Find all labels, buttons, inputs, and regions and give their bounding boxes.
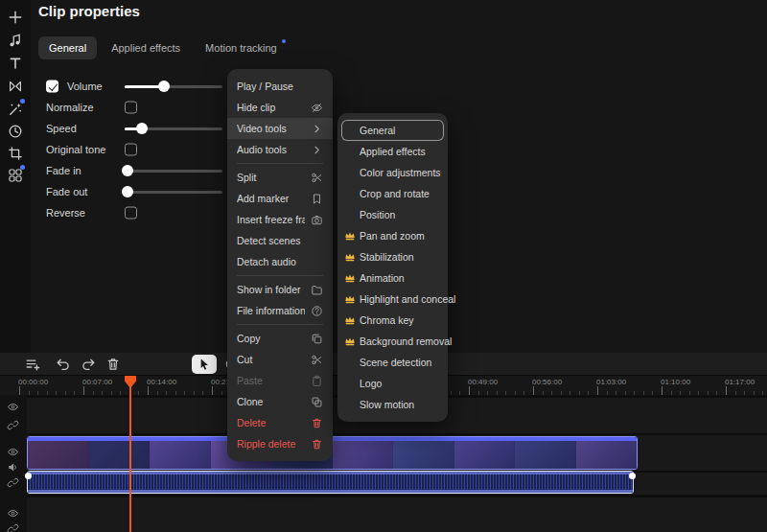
reverse-checkbox[interactable] (125, 207, 137, 220)
submenu-item-background-removal[interactable]: Background removal (337, 331, 448, 352)
submenu-item-crop-and-rotate[interactable]: Crop and rotate (337, 183, 448, 204)
timecode: 01:10:00 (661, 378, 690, 386)
submenu-item-position[interactable]: Position (337, 204, 448, 225)
original-tone-checkbox[interactable] (125, 144, 137, 156)
menu-item-paste[interactable]: Paste (227, 370, 333, 391)
property-row-normalize: Normalize (38, 97, 230, 118)
playhead-line[interactable] (129, 376, 131, 532)
clipboard-icon (311, 375, 323, 387)
delete-icon[interactable] (105, 357, 121, 372)
menu-item-ripple-delete[interactable]: Ripple delete (227, 433, 333, 454)
timecode: 00:56:00 (532, 378, 562, 386)
audio-icon[interactable] (8, 33, 23, 48)
track3-link-icon[interactable] (7, 522, 19, 532)
premium-crown-icon (344, 293, 356, 305)
fade-in-slider-handle[interactable] (122, 165, 133, 176)
new-feature-dot (282, 39, 286, 43)
add-media-icon[interactable] (8, 10, 23, 25)
trash-icon (311, 417, 323, 429)
clip-context-menu: Play / Pause Hide clip Video tools Audio… (227, 69, 333, 461)
track3-eye-icon[interactable] (7, 507, 19, 520)
submenu-item-logo[interactable]: Logo (337, 373, 448, 394)
menu-item-copy[interactable]: Copy (227, 328, 333, 349)
add-track-icon[interactable] (25, 357, 40, 372)
menu-item-detach-audio[interactable]: Detach audio (227, 251, 333, 272)
submenu-item-animation[interactable]: Animation (337, 267, 448, 289)
fade-in-slider[interactable] (125, 170, 222, 173)
menu-item-hide-clip[interactable]: Hide clip (227, 97, 333, 118)
submenu-item-highlight-and-conceal[interactable]: Highlight and conceal (337, 289, 448, 310)
menu-item-clone[interactable]: Clone (227, 391, 333, 412)
speed-label: Speed (46, 123, 77, 134)
submenu-item-stabilization[interactable]: Stabilization (337, 246, 448, 267)
menu-item-cut[interactable]: Cut (227, 349, 333, 370)
pointer-icon (198, 358, 211, 371)
timecode: 00:49:00 (468, 378, 498, 386)
menu-item-delete[interactable]: Delete (227, 412, 333, 433)
submenu-item-slow-motion[interactable]: Slow motion (337, 394, 448, 415)
tab-motion-tracking[interactable]: Motion tracking (195, 36, 288, 59)
property-row-speed: Speed (38, 118, 230, 139)
menu-item-insert-freeze-frame[interactable]: Insert freeze frame (227, 209, 333, 230)
submenu-item-scene-detection[interactable]: Scene detection (337, 352, 448, 373)
bottom-empty-track[interactable] (27, 497, 767, 532)
crop-icon[interactable] (8, 146, 23, 161)
speed-slider-handle[interactable] (136, 123, 148, 134)
premium-crown-icon (344, 314, 356, 326)
submenu-item-general[interactable]: General (341, 120, 444, 141)
elements-icon[interactable] (8, 168, 23, 183)
submenu-item-pan-and-zoom[interactable]: Pan and zoom (337, 225, 448, 246)
trash-icon (311, 438, 323, 451)
track2-speaker-icon[interactable] (7, 461, 19, 474)
titles-icon[interactable] (8, 56, 23, 71)
submenu-item-chroma-key[interactable]: Chroma key (337, 310, 448, 331)
menu-item-add-marker[interactable]: Add marker (227, 188, 333, 209)
folder-icon (311, 284, 323, 296)
app-sidebar (0, 0, 31, 353)
transitions-icon[interactable] (8, 79, 23, 94)
tab-general[interactable]: General (38, 36, 97, 59)
speed-icon[interactable] (8, 124, 23, 139)
redo-icon[interactable] (81, 357, 96, 372)
scissors-icon (311, 172, 323, 184)
volume-checkbox[interactable] (46, 81, 58, 93)
menu-divider (237, 163, 323, 164)
menu-item-video-tools[interactable]: Video tools (227, 118, 333, 139)
menu-item-split[interactable]: Split (227, 167, 333, 188)
menu-item-play-pause[interactable]: Play / Pause (227, 76, 333, 97)
menu-item-audio-tools[interactable]: Audio tools (227, 139, 333, 160)
fade-out-slider[interactable] (125, 191, 222, 194)
camera-icon (311, 214, 323, 226)
selected-audio-clip[interactable] (27, 471, 634, 494)
menu-item-file-information[interactable]: File information (227, 300, 333, 321)
track2-eye-icon[interactable] (7, 446, 19, 458)
clip-properties-tabs: General Applied effects Motion tracking (38, 36, 288, 59)
volume-label: Volume (67, 81, 103, 92)
copy-icon (311, 333, 323, 345)
fade-out-label: Fade out (46, 186, 87, 197)
right-fade-handle[interactable] (629, 473, 636, 479)
track2-link-icon[interactable] (7, 476, 19, 489)
left-fade-handle[interactable] (25, 473, 32, 479)
undo-icon[interactable] (56, 357, 71, 372)
submenu-item-applied-effects[interactable]: Applied effects (337, 141, 448, 162)
original-tone-label: Original tone (46, 144, 105, 155)
volume-slider[interactable] (125, 85, 222, 88)
menu-item-show-in-folder[interactable]: Show in folder (227, 279, 333, 300)
menu-item-detect-scenes[interactable]: Detect scenes (227, 230, 333, 251)
tab-applied-effects[interactable]: Applied effects (101, 36, 191, 59)
clone-icon (311, 396, 323, 408)
effects-new-badge (20, 99, 25, 104)
normalize-checkbox[interactable] (125, 102, 137, 114)
pointer-tool-button[interactable] (192, 355, 217, 374)
question-icon (311, 305, 323, 317)
track1-eye-icon[interactable] (7, 401, 19, 413)
volume-slider-handle[interactable] (158, 81, 170, 92)
submenu-item-color-adjustments[interactable]: Color adjustments (337, 162, 448, 183)
chevron-right-icon (311, 123, 323, 135)
premium-crown-icon (344, 251, 356, 263)
speed-slider[interactable] (125, 127, 222, 130)
fade-out-slider-handle[interactable] (122, 186, 133, 197)
effects-icon[interactable] (8, 102, 23, 117)
track1-link-icon[interactable] (7, 419, 19, 431)
